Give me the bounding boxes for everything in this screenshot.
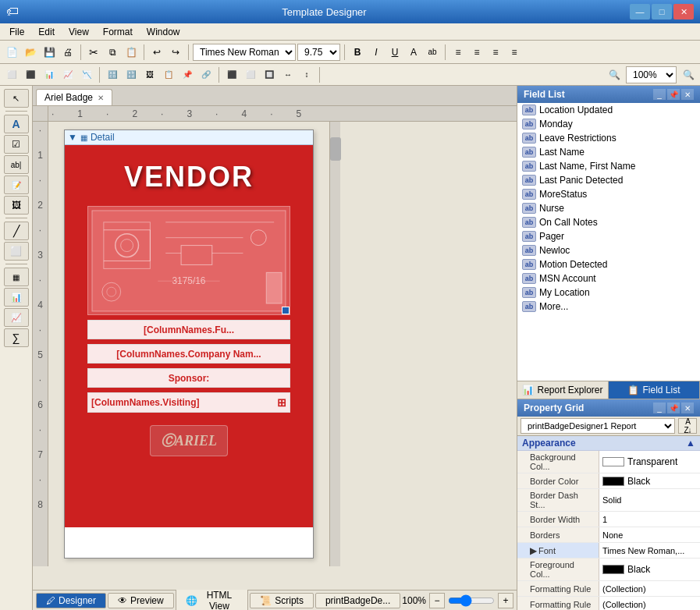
prop-row-format-rule1[interactable]: Formatting Rule (Collection) [517, 581, 700, 597]
detail-expand-icon[interactable]: ▼ [68, 132, 77, 143]
badge-name-tab[interactable]: printBadgeDe... [315, 593, 400, 608]
label-tool[interactable]: A [4, 115, 29, 133]
bg-color-value[interactable]: Transparent [599, 451, 700, 473]
tab-preview[interactable]: 👁 Preview [108, 593, 174, 608]
vscroll-thumb[interactable] [330, 137, 341, 161]
field-item-more[interactable]: abMore... [517, 300, 700, 314]
font-expand-icon[interactable]: ▶ [530, 545, 537, 556]
field3-element[interactable]: [ColumnNames.Visiting] ⊞ [87, 392, 290, 413]
field1-element[interactable]: [ColumnNames.Fu... [87, 320, 290, 339]
memo-tool[interactable]: 📝 [4, 176, 29, 194]
print-button[interactable]: 🖨 [59, 44, 76, 61]
copy-button[interactable]: ⧉ [104, 44, 121, 61]
tb2-5[interactable]: 📉 [78, 66, 95, 83]
prop-grid-close-btn[interactable]: ✕ [681, 403, 694, 413]
tb2-11[interactable]: 🔗 [197, 66, 215, 83]
underline-button[interactable]: U [386, 44, 403, 61]
tab-ariel-badge[interactable]: Ariel Badge ✕ [36, 89, 112, 105]
select-tool[interactable]: ↖ [4, 89, 29, 108]
tb2-15[interactable]: ↔ [279, 66, 297, 83]
field-item[interactable]: abLeave Restrictions [517, 131, 700, 145]
tb2-10[interactable]: 📌 [179, 66, 196, 83]
category-collapse-icon[interactable]: ▲ [686, 438, 695, 449]
tab-html-view[interactable]: 🌐 HTML View [176, 587, 249, 611]
text-tool[interactable]: ab| [4, 155, 29, 174]
prop-sort-button[interactable]: AZ↓ [678, 418, 697, 434]
checkbox-tool[interactable]: ☑ [4, 135, 29, 154]
zoom-minus-button[interactable]: − [429, 593, 445, 608]
new-button[interactable]: 📄 [3, 44, 20, 61]
tab-designer[interactable]: 🖊 Designer [36, 593, 106, 608]
menu-edit[interactable]: Edit [32, 25, 61, 39]
fg-color-value[interactable]: Black [599, 559, 700, 580]
vendor-title-text[interactable]: VENDOR [124, 161, 254, 193]
zoom-selector[interactable]: 100% 75% 150% [626, 66, 677, 83]
bold-button[interactable]: B [349, 44, 366, 61]
align-left-button[interactable]: ≡ [449, 44, 467, 61]
paste-button[interactable]: 📋 [123, 44, 140, 61]
prop-row-border-color[interactable]: Border Color Black [517, 473, 700, 489]
image-resize-handle[interactable] [282, 307, 290, 314]
tb2-14[interactable]: 🔲 [261, 66, 278, 83]
menu-view[interactable]: View [62, 25, 95, 39]
italic-button[interactable]: I [368, 44, 385, 61]
tb2-16[interactable]: ↕ [298, 66, 315, 83]
maximize-button[interactable]: □ [652, 4, 672, 20]
prop-row-border-dash[interactable]: Border Dash St... Solid [517, 489, 700, 512]
redo-button[interactable]: ↪ [167, 44, 184, 61]
zoom-in-button[interactable]: 🔍 [680, 66, 697, 83]
cut-button[interactable]: ✂ [85, 44, 102, 61]
field-item-motion[interactable]: abMotion Detected [517, 257, 700, 271]
field-item[interactable]: abMonday [517, 117, 700, 131]
prop-row-font[interactable]: ▶Font Times New Roman,... [517, 543, 700, 559]
field-list-min-btn[interactable]: _ [653, 89, 666, 100]
prop-row-borders[interactable]: Borders None [517, 527, 700, 543]
tb2-12[interactable]: ⬛ [223, 66, 240, 83]
borders-value[interactable]: None [599, 527, 700, 542]
field-item-last-panic[interactable]: abLast Panic Detected [517, 173, 700, 187]
sponsor-element[interactable]: Sponsor: [87, 368, 290, 388]
align-center-button[interactable]: ≡ [468, 44, 485, 61]
field2-element[interactable]: [ColumnNames.Company Nam... [87, 344, 290, 364]
designer-vscroll[interactable] [329, 122, 340, 566]
report-canvas[interactable]: ▼ ▦ Detail VENDOR [64, 129, 314, 559]
zoom-search-button[interactable]: 🔍 [606, 66, 623, 83]
designer-area[interactable]: · 1 · 2 · 3 · 4 · 5 · 1 · 2 [33, 106, 517, 590]
justify-button[interactable]: ≡ [506, 44, 523, 61]
field-item[interactable]: abMy Location [517, 285, 700, 300]
prop-object-selector[interactable]: printBadgeDesigner1 Report [521, 418, 675, 434]
ariel-logo[interactable]: ⒸARIEL [150, 425, 228, 456]
font-value[interactable]: Times New Roman,... [599, 543, 700, 558]
prop-row-fg-color[interactable]: Foreground Col... Black [517, 559, 700, 581]
tb2-3[interactable]: 📊 [41, 66, 58, 83]
tb2-4[interactable]: 📈 [59, 66, 76, 83]
tb2-1[interactable]: ⬜ [3, 66, 20, 83]
picture-tool[interactable]: 🖼 [4, 196, 29, 215]
field-item[interactable]: abLast Name, First Name [517, 159, 700, 173]
shape-tool[interactable]: ⬜ [4, 242, 29, 261]
sum-tool[interactable]: ∑ [4, 328, 29, 347]
field-item[interactable]: abLast Name [517, 145, 700, 159]
undo-button[interactable]: ↩ [148, 44, 165, 61]
field-item[interactable]: abNurse [517, 201, 700, 215]
open-button[interactable]: 📂 [22, 44, 39, 61]
menu-window[interactable]: Window [140, 25, 187, 39]
font-size-selector[interactable]: 9.75 8 10 12 [297, 44, 340, 61]
format-rule2-value[interactable]: (Collection) [599, 597, 700, 610]
highlight-button[interactable]: ab [424, 44, 441, 61]
prop-grid-pin-btn[interactable]: 📌 [667, 403, 680, 413]
tb2-8[interactable]: 🖼 [141, 66, 158, 83]
border-width-value[interactable]: 1 [599, 512, 700, 527]
font-color-button[interactable]: A [405, 44, 422, 61]
zoom-slider[interactable] [448, 594, 495, 607]
chart-tool[interactable]: 📊 [4, 288, 29, 307]
field-item[interactable]: abLocation Updated [517, 103, 700, 117]
line-tool[interactable]: ╱ [4, 222, 29, 240]
tab-scripts[interactable]: 📜 Scripts [250, 593, 314, 608]
format-rule1-value[interactable]: (Collection) [599, 581, 700, 596]
close-button[interactable]: ✕ [673, 4, 694, 20]
field-list-pin-btn[interactable]: 📌 [667, 89, 680, 100]
prop-row-border-width[interactable]: Border Width 1 [517, 512, 700, 527]
table-tool[interactable]: ▦ [4, 268, 29, 286]
zoom-plus-button[interactable]: + [498, 593, 513, 608]
